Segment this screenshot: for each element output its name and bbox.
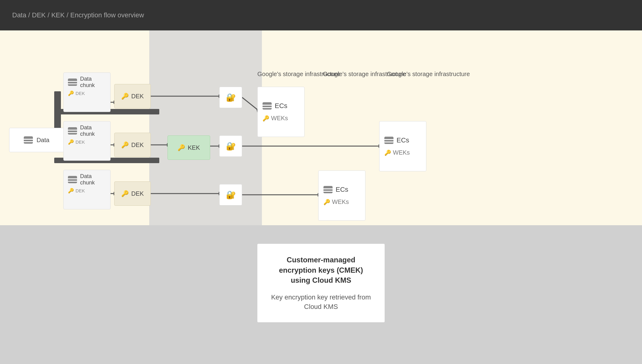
enc-key-box-1: 🔐 (219, 87, 242, 108)
storage2-ecs: ECs (384, 136, 409, 144)
chunk2-db-icon (68, 127, 77, 135)
data-chunk-2: Data chunk 🔑 DEK (63, 121, 111, 161)
data-db-icon (24, 136, 33, 144)
chunk2-title: Data chunk (80, 124, 106, 137)
top-bar-text-1: Data / DEK / KEK / Encryption flow overv… (12, 11, 144, 20)
dek-box-2: 🔑 DEK (114, 133, 151, 157)
storage1-db-icon (263, 102, 272, 110)
storage-box-1: ECs 🔑 WEKs (257, 87, 305, 137)
storage2-db-icon (384, 137, 393, 144)
dek1-label: DEK (131, 93, 144, 100)
dek-box-1: 🔑 DEK (114, 84, 151, 108)
storage2-key-icon: 🔑 (384, 149, 391, 156)
info-description: Key encryption key retrieved from Cloud … (270, 293, 372, 312)
chunk1-key-icon: 🔑 (68, 90, 74, 96)
dek-box-3: 🔑 DEK (114, 181, 151, 206)
kek-label: KEK (188, 144, 200, 151)
storage-box-3: ECs 🔑 WEKs (318, 170, 365, 221)
dek3-label: DEK (131, 190, 144, 197)
ek2-icon: 🔐 (226, 142, 236, 151)
ek3-icon: 🔐 (226, 190, 236, 200)
chunk2-sub: 🔑 DEK (68, 139, 106, 145)
kek-box: 🔑 KEK (168, 135, 210, 160)
chunk3-key-icon: 🔑 (68, 188, 74, 194)
chunk1-title: Data chunk (80, 76, 106, 89)
storage3-weks: 🔑 WEKs (323, 198, 349, 205)
storage1-key-icon: 🔑 (263, 115, 269, 122)
chunk2-key-icon: 🔑 (68, 139, 74, 145)
data-node-label: Data (37, 137, 49, 144)
enc-key-box-3: 🔐 (219, 184, 242, 205)
storage2-weks: 🔑 WEKs (384, 149, 410, 156)
info-box: Customer-managed encryption keys (CMEK) … (257, 243, 385, 323)
data-chunk-3: Data chunk 🔑 DEK (63, 170, 111, 209)
dek1-key-icon: 🔑 (121, 93, 129, 100)
info-title: Customer-managed encryption keys (CMEK) … (270, 255, 372, 285)
storage1-weks: 🔑 WEKs (263, 115, 288, 122)
storage3-key-icon: 🔑 (323, 199, 330, 205)
chunk1-db-icon (68, 79, 77, 86)
storage3-db-icon (323, 186, 333, 193)
enc-key-box-2: 🔐 (219, 135, 242, 157)
dek3-key-icon: 🔑 (121, 190, 129, 197)
dek2-label: DEK (131, 142, 144, 149)
kek-key-icon: 🔑 (178, 144, 185, 151)
ek1-icon: 🔐 (226, 93, 236, 102)
storage1-ecs: ECs (263, 102, 287, 110)
chunk1-sub: 🔑 DEK (68, 90, 106, 96)
chunk3-db-icon (68, 176, 77, 183)
chunk3-title: Data chunk (80, 173, 106, 186)
center-panel (149, 30, 262, 225)
data-node: Data (9, 128, 64, 152)
bottom-info-bar: Customer-managed encryption keys (CMEK) … (0, 225, 642, 364)
gsi-label-3: Google's storage infrastructure (387, 70, 470, 78)
chunk3-sub: 🔑 DEK (68, 188, 106, 194)
top-bar: Data / DEK / KEK / Encryption flow overv… (0, 0, 642, 30)
main-diagram-area: Data Data chunk 🔑 DEK Data chunk 🔑 DEK (0, 30, 642, 225)
storage3-ecs: ECs (323, 186, 348, 194)
data-chunk-1: Data chunk 🔑 DEK (63, 72, 111, 112)
storage-box-2: ECs 🔑 WEKs (379, 121, 426, 171)
dek2-key-icon: 🔑 (121, 141, 129, 149)
